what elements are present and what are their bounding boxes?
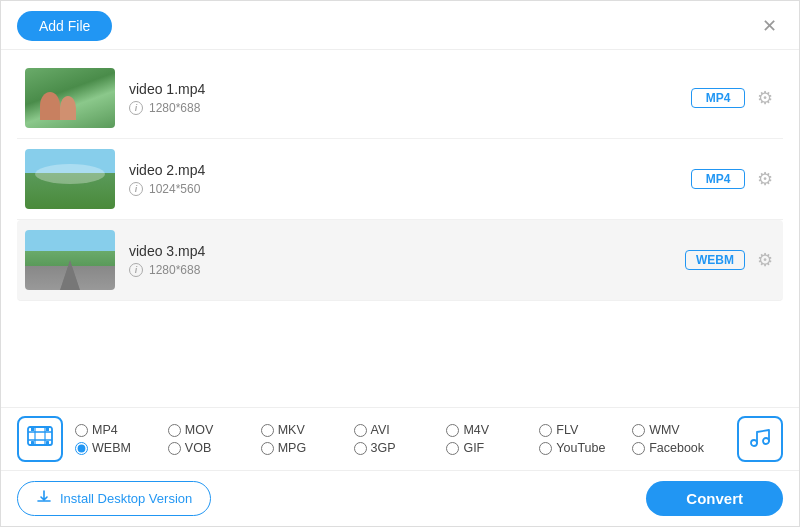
- format-label: MKV: [278, 423, 305, 437]
- format-label: FLV: [556, 423, 578, 437]
- format-label: GIF: [463, 441, 484, 455]
- format-option-avi[interactable]: AVI: [354, 423, 447, 437]
- svg-point-9: [751, 440, 757, 446]
- format-radio-flv[interactable]: [539, 424, 552, 437]
- file-actions: WEBM ⚙: [685, 247, 775, 273]
- format-badge[interactable]: MP4: [691, 169, 745, 189]
- svg-rect-1: [31, 427, 34, 431]
- table-row: video 3.mp4 i 1280*688 WEBM ⚙: [17, 220, 783, 301]
- format-option-facebook[interactable]: Facebook: [632, 441, 725, 455]
- format-grid: MP4 MOV MKV AVI M4V: [75, 423, 725, 455]
- format-radio-facebook[interactable]: [632, 442, 645, 455]
- install-label: Install Desktop Version: [60, 491, 192, 506]
- format-badge[interactable]: MP4: [691, 88, 745, 108]
- format-option-flv[interactable]: FLV: [539, 423, 632, 437]
- file-resolution: 1280*688: [149, 101, 200, 115]
- table-row: video 1.mp4 i 1280*688 MP4 ⚙: [17, 58, 783, 139]
- music-icon-box: [737, 416, 783, 462]
- format-radio-mp4[interactable]: [75, 424, 88, 437]
- video-thumbnail: [25, 68, 115, 128]
- file-meta: i 1280*688: [129, 101, 677, 115]
- format-label: WEBM: [92, 441, 131, 455]
- format-radio-wmv[interactable]: [632, 424, 645, 437]
- file-actions: MP4 ⚙: [691, 85, 775, 111]
- format-option-m4v[interactable]: M4V: [446, 423, 539, 437]
- format-radio-mov[interactable]: [168, 424, 181, 437]
- format-radio-youtube[interactable]: [539, 442, 552, 455]
- video-thumbnail: [25, 230, 115, 290]
- format-option-gif[interactable]: GIF: [446, 441, 539, 455]
- info-icon: i: [129, 182, 143, 196]
- file-info: video 3.mp4 i 1280*688: [129, 243, 671, 277]
- format-option-wmv[interactable]: WMV: [632, 423, 725, 437]
- format-radio-vob[interactable]: [168, 442, 181, 455]
- format-label: MOV: [185, 423, 213, 437]
- format-label: M4V: [463, 423, 489, 437]
- settings-button[interactable]: ⚙: [755, 85, 775, 111]
- format-label: MP4: [92, 423, 118, 437]
- format-section: MP4 MOV MKV AVI M4V: [1, 408, 799, 471]
- format-option-vob[interactable]: VOB: [168, 441, 261, 455]
- main-window: Add File ✕ video 1.mp4 i 1280*688 MP4 ⚙ …: [0, 0, 800, 527]
- file-info: video 2.mp4 i 1024*560: [129, 162, 677, 196]
- format-radio-webm[interactable]: [75, 442, 88, 455]
- svg-rect-4: [46, 441, 49, 445]
- file-name: video 3.mp4: [129, 243, 671, 259]
- video-thumbnail: [25, 149, 115, 209]
- format-option-mkv[interactable]: MKV: [261, 423, 354, 437]
- file-resolution: 1280*688: [149, 263, 200, 277]
- format-option-mov[interactable]: MOV: [168, 423, 261, 437]
- convert-button[interactable]: Convert: [646, 481, 783, 516]
- file-meta: i 1024*560: [129, 182, 677, 196]
- format-option-mp4[interactable]: MP4: [75, 423, 168, 437]
- film-icon-box: [17, 416, 63, 462]
- format-option-mpg[interactable]: MPG: [261, 441, 354, 455]
- bottom-panel: MP4 MOV MKV AVI M4V: [1, 407, 799, 526]
- add-file-button[interactable]: Add File: [17, 11, 112, 41]
- format-label: 3GP: [371, 441, 396, 455]
- download-icon: [36, 489, 52, 508]
- close-button[interactable]: ✕: [756, 15, 783, 37]
- format-label: YouTube: [556, 441, 605, 455]
- info-icon: i: [129, 263, 143, 277]
- svg-rect-2: [46, 427, 49, 431]
- install-desktop-button[interactable]: Install Desktop Version: [17, 481, 211, 516]
- file-resolution: 1024*560: [149, 182, 200, 196]
- header: Add File ✕: [1, 1, 799, 50]
- format-label: Facebook: [649, 441, 704, 455]
- format-label: VOB: [185, 441, 211, 455]
- format-label: MPG: [278, 441, 306, 455]
- action-row: Install Desktop Version Convert: [1, 471, 799, 526]
- format-label: WMV: [649, 423, 680, 437]
- settings-button[interactable]: ⚙: [755, 166, 775, 192]
- format-label: AVI: [371, 423, 390, 437]
- settings-button[interactable]: ⚙: [755, 247, 775, 273]
- file-list: video 1.mp4 i 1280*688 MP4 ⚙ video 2.mp4…: [1, 50, 799, 407]
- format-radio-3gp[interactable]: [354, 442, 367, 455]
- file-info: video 1.mp4 i 1280*688: [129, 81, 677, 115]
- file-name: video 2.mp4: [129, 162, 677, 178]
- file-meta: i 1280*688: [129, 263, 671, 277]
- file-name: video 1.mp4: [129, 81, 677, 97]
- format-badge[interactable]: WEBM: [685, 250, 745, 270]
- format-option-3gp[interactable]: 3GP: [354, 441, 447, 455]
- format-option-youtube[interactable]: YouTube: [539, 441, 632, 455]
- format-radio-mkv[interactable]: [261, 424, 274, 437]
- music-note-icon: [748, 425, 772, 454]
- format-radio-mpg[interactable]: [261, 442, 274, 455]
- format-option-webm[interactable]: WEBM: [75, 441, 168, 455]
- format-radio-avi[interactable]: [354, 424, 367, 437]
- info-icon: i: [129, 101, 143, 115]
- table-row: video 2.mp4 i 1024*560 MP4 ⚙: [17, 139, 783, 220]
- format-radio-m4v[interactable]: [446, 424, 459, 437]
- svg-rect-3: [31, 441, 34, 445]
- file-actions: MP4 ⚙: [691, 166, 775, 192]
- film-icon: [27, 423, 53, 455]
- format-radio-gif[interactable]: [446, 442, 459, 455]
